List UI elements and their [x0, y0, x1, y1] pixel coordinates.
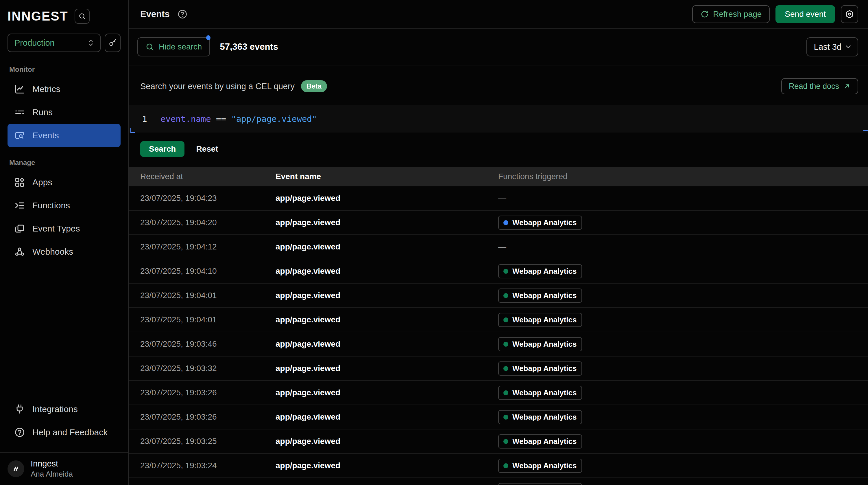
cell-received-at: 23/07/2025, 19:04:12 [129, 242, 276, 252]
function-badge-label: Webapp Analytics [513, 388, 577, 397]
table-row[interactable]: 23/07/2025, 19:03:23 app/page.viewed Web… [129, 478, 868, 485]
sidebar-item-label: Events [32, 131, 59, 140]
cel-query-code: event.name == "app/page.viewed" [160, 114, 317, 124]
function-badge[interactable]: Webapp Analytics [498, 313, 582, 327]
reset-button[interactable]: Reset [196, 144, 218, 154]
sidebar-item-events[interactable]: Events [7, 124, 121, 147]
table-row[interactable]: 23/07/2025, 19:03:25 app/page.viewed Web… [129, 429, 868, 454]
event-keys-button[interactable] [105, 34, 121, 52]
cell-received-at: 23/07/2025, 19:04:10 [129, 266, 276, 276]
refresh-page-label: Refresh page [713, 9, 762, 19]
cell-received-at: 23/07/2025, 19:04:20 [129, 218, 276, 227]
page-help-icon[interactable] [177, 9, 188, 19]
sidebar-item-label: Metrics [32, 84, 60, 94]
read-docs-button[interactable]: Read the docs [781, 78, 858, 94]
external-link-icon [843, 83, 851, 90]
sidebar-item-integrations[interactable]: Integrations [7, 398, 121, 421]
cel-panel-title: Search your events by using a CEL query [140, 82, 294, 91]
events-search-icon [14, 130, 25, 141]
table-row[interactable]: 23/07/2025, 19:04:10 app/page.viewed Web… [129, 259, 868, 284]
function-badge[interactable]: Webapp Analytics [498, 337, 582, 351]
cell-functions: Webapp Analytics [498, 386, 868, 400]
read-docs-label: Read the docs [789, 82, 839, 91]
table-row[interactable]: 23/07/2025, 19:04:20 app/page.viewed Web… [129, 211, 868, 235]
sidebar-item-help[interactable]: Help and Feedback [7, 421, 121, 444]
environment-select[interactable]: Production [7, 34, 101, 52]
cel-query-editor[interactable]: 1 event.name == "app/page.viewed" [129, 105, 868, 133]
table-row[interactable]: 23/07/2025, 19:04:01 app/page.viewed Web… [129, 284, 868, 308]
column-received-at: Received at [129, 172, 276, 181]
settings-nut-icon [845, 9, 854, 19]
function-badge[interactable]: Webapp Analytics [498, 410, 582, 424]
function-status-dot [503, 220, 508, 225]
metrics-icon [14, 84, 25, 94]
send-event-button[interactable]: Send event [775, 5, 835, 23]
refresh-page-button[interactable]: Refresh page [692, 5, 770, 23]
org-name: Inngest [31, 459, 73, 468]
search-button[interactable]: Search [140, 141, 184, 157]
sidebar-item-event-types[interactable]: Event Types [7, 217, 121, 240]
notification-dot [206, 35, 211, 40]
table-row[interactable]: 23/07/2025, 19:04:12 app/page.viewed — [129, 235, 868, 259]
function-badge[interactable]: Webapp Analytics [498, 264, 582, 278]
table-row[interactable]: 23/07/2025, 19:03:24 app/page.viewed Web… [129, 454, 868, 478]
sidebar-item-functions[interactable]: Functions [7, 194, 121, 217]
table-row[interactable]: 23/07/2025, 19:03:26 app/page.viewed Web… [129, 405, 868, 429]
cell-received-at: 23/07/2025, 19:03:26 [129, 388, 276, 397]
function-status-dot [503, 293, 508, 298]
main-content: Events Refresh page Send event [129, 0, 868, 485]
function-badge[interactable]: Webapp Analytics [498, 459, 582, 473]
cel-panel-title-row: Search your events by using a CEL query … [129, 65, 868, 94]
cell-functions: Webapp Analytics [498, 337, 868, 351]
function-badge[interactable]: Webapp Analytics [498, 483, 582, 485]
hide-search-button[interactable]: Hide search [137, 37, 210, 56]
function-status-dot [503, 366, 508, 371]
cell-event-name: app/page.viewed [276, 218, 498, 227]
table-row[interactable]: 23/07/2025, 19:03:26 app/page.viewed Web… [129, 381, 868, 405]
table-row[interactable]: 23/07/2025, 19:04:01 app/page.viewed Web… [129, 308, 868, 332]
environment-row: Production [0, 24, 128, 52]
cell-event-name: app/page.viewed [276, 437, 498, 446]
section-label-manage: Manage [0, 159, 128, 167]
environment-label: Production [14, 38, 55, 48]
account-menu[interactable]: Inngest Ana Almeida [0, 452, 128, 485]
cell-received-at: 23/07/2025, 19:04:01 [129, 291, 276, 300]
function-badge[interactable]: Webapp Analytics [498, 434, 582, 449]
function-badge[interactable]: Webapp Analytics [498, 386, 582, 400]
time-range-select[interactable]: Last 3d [806, 37, 858, 56]
refresh-icon [700, 10, 709, 19]
sidebar-item-webhooks[interactable]: Webhooks [7, 240, 121, 263]
settings-button[interactable] [841, 5, 858, 23]
events-toolbar: Hide search 57,363 events Last 3d [129, 29, 868, 65]
manage-nav: Apps Functions Event Types Webhooks [0, 171, 128, 263]
global-search-button[interactable] [74, 9, 90, 24]
table-row[interactable]: 23/07/2025, 19:03:46 app/page.viewed Web… [129, 332, 868, 356]
hide-search-label: Hide search [159, 42, 202, 52]
sidebar-item-runs[interactable]: Runs [7, 101, 121, 124]
cell-event-name: app/page.viewed [276, 339, 498, 349]
function-badge-label: Webapp Analytics [513, 413, 577, 422]
cell-functions: — [498, 194, 868, 203]
sidebar-footer: Integrations Help and Feedback Inngest A… [0, 398, 128, 485]
avatar [7, 460, 24, 477]
sidebar-item-apps[interactable]: Apps [7, 171, 121, 194]
function-status-dot [503, 415, 508, 420]
sidebar-item-label: Help and Feedback [32, 427, 107, 437]
function-badge[interactable]: Webapp Analytics [498, 216, 582, 230]
table-row[interactable]: 23/07/2025, 19:04:23 app/page.viewed — [129, 187, 868, 211]
sidebar-item-metrics[interactable]: Metrics [7, 78, 121, 101]
sidebar: INNGEST Production Monitor [0, 0, 129, 485]
inngest-logo[interactable]: INNGEST [7, 9, 68, 23]
function-badge-label: Webapp Analytics [513, 218, 577, 227]
cell-received-at: 23/07/2025, 19:03:24 [129, 461, 276, 470]
sidebar-item-label: Runs [32, 107, 53, 117]
plug-icon [14, 404, 25, 415]
header-actions: Refresh page Send event [692, 5, 858, 23]
send-event-label: Send event [785, 9, 826, 19]
function-badge[interactable]: Webapp Analytics [498, 288, 582, 303]
function-badge-label: Webapp Analytics [513, 461, 577, 470]
table-row[interactable]: 23/07/2025, 19:03:32 app/page.viewed Web… [129, 356, 868, 381]
function-badge[interactable]: Webapp Analytics [498, 362, 582, 376]
function-status-dot [503, 342, 508, 347]
function-badge-label: Webapp Analytics [513, 315, 577, 324]
